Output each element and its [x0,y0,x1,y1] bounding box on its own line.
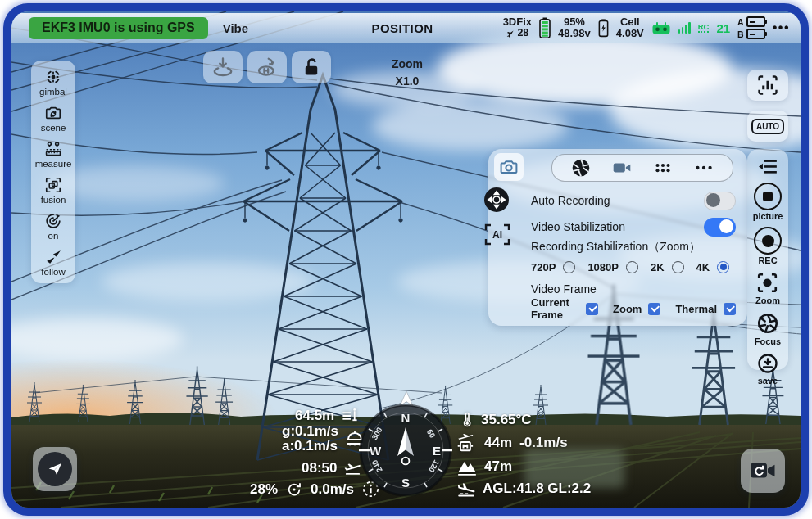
resolution-720p-radio[interactable] [563,261,575,273]
flight-time-value: 08:50 [302,460,337,476]
auto-exposure-button[interactable]: AUTO [747,111,788,142]
resolution-options-row: 720P 1080P 2K 4K [531,258,736,276]
elevation-value: 47m [484,458,512,475]
landing-icon [456,478,477,499]
resolution-2k-label: 2K [651,261,665,273]
mountain-icon [456,456,479,477]
compass[interactable]: N E S W 60 120 240 300 [359,404,452,497]
zoom-button[interactable]: Zoom [755,271,780,305]
video-stabilization-toggle[interactable] [704,218,736,237]
link-distance-icon [340,406,359,425]
rc-status[interactable]: RC [698,23,710,34]
thermal-frame-checkbox[interactable] [724,303,736,315]
temperature-readout: 35.65°C [459,409,532,431]
return-home-icon [256,56,279,79]
altitude-icon [456,431,477,454]
air-speed-value: a:0.1m/s [282,439,338,454]
frame-options-row: Current Frame Zoom Thermal [531,300,736,318]
ground-speed-value: g:0.1m/s [282,424,338,439]
link-distance-value: 64.5m [295,408,334,424]
cell-status[interactable]: Cell 4.08V [616,16,644,39]
zoom-frame-checkbox[interactable] [648,303,660,315]
status-bar: EKF3 IMU0 is using GPS Vibe POSITION 3DF… [11,13,801,43]
sidebar-item-fusion[interactable]: fusion [41,176,66,205]
drone-battery-icon [539,17,551,38]
send-disc [38,452,72,486]
resolution-4k-label: 4K [696,261,710,273]
sidebar-item-scene[interactable]: scene [41,104,66,133]
ptz-dpad-button[interactable] [483,187,510,213]
sidebar-label: measure [35,159,72,169]
video-mode-icon[interactable] [611,157,633,178]
unlock-button[interactable] [292,51,331,83]
ekf-status-text: EKF3 IMU0 is using GPS [42,20,195,35]
auto-recording-label: Auto Recording [531,194,610,207]
zoom-indicator: Zoom X1.0 [381,56,433,90]
dpad-icon [483,187,510,213]
battery-status[interactable]: 95% 48.98v [558,16,591,39]
picture-button[interactable]: picture [753,183,783,221]
return-to-home-button[interactable] [247,51,287,83]
sidebar-item-on[interactable]: on [44,212,62,241]
right-toolbar: picture REC Zoom Focus save [747,149,788,370]
temperature-value: 35.65°C [481,412,532,428]
zoom-indicator-value: X1.0 [381,73,433,90]
compass-west: W [370,444,381,458]
resolution-1080p-radio[interactable] [626,261,638,273]
vibe-button[interactable]: Vibe [223,21,248,35]
thermal-frame-label: Thermal [675,303,717,315]
sidebar-item-gimbal[interactable]: gimbal [39,68,67,97]
battery-b-icon [746,29,765,39]
focus-aperture-icon [755,311,780,336]
land-button[interactable] [203,51,243,83]
drone-app-window: EKF3 IMU0 is using GPS Vibe POSITION 3DF… [0,0,812,519]
share-button[interactable] [33,447,77,491]
rc-battery-percent: 28% [250,481,278,498]
resolution-4k-radio[interactable] [717,261,729,273]
radar-icon [44,212,62,230]
more-modes-icon[interactable] [693,157,714,178]
save-download-icon [756,352,779,375]
resolution-720p-label: 720P [531,261,556,273]
agl-value: AGL:41.8 GL:2.2 [483,481,591,497]
speed-value: 0.0m/s [311,481,354,498]
battery-b-label: B [737,29,744,39]
picture-label: picture [753,211,783,221]
camera-icon [499,157,519,177]
camera-mode-switcher [551,154,733,182]
thermometer-icon [459,409,475,431]
current-frame-checkbox[interactable] [586,303,598,315]
unlock-icon [300,56,323,79]
status-cluster: 3DFix 28 95% 48.98v Cell 4.08V RC [503,13,790,43]
flight-mode-label[interactable]: POSITION [372,21,433,35]
zoom-button-label: Zoom [755,296,780,305]
gps-status[interactable]: 3DFix 28 [503,16,532,39]
grid-mode-icon[interactable] [652,157,674,178]
camcorder-sync-icon [748,458,778,483]
auto-recording-row: Auto Recording [531,192,736,210]
camera-settings-panel: Auto Recording Video Stabilization Recor… [488,149,747,326]
more-menu-button[interactable]: ••• [773,20,790,35]
auto-recording-toggle[interactable] [704,192,736,210]
resolution-2k-radio[interactable] [672,261,684,273]
gimbal-icon [44,68,62,86]
save-button[interactable]: save [756,352,779,386]
recording-stabilization-row: Recording Stabilization（Zoom） [531,238,736,256]
sidebar-item-follow[interactable]: follow [41,248,65,277]
compass-east: E [433,444,441,458]
record-button[interactable]: REC [754,227,782,265]
dual-battery-status[interactable]: A B [737,16,765,39]
focus-button[interactable]: Focus [755,311,781,346]
video-switch-button[interactable] [741,449,785,493]
collapse-menu-button[interactable] [757,157,779,177]
histogram-button[interactable] [747,70,788,101]
speed-readout: g:0.1m/s a:0.1m/s [282,424,365,454]
battery-percent: 95% [564,16,585,28]
shutter-mode-icon[interactable] [570,157,592,178]
drone-icon [506,29,515,38]
cell-battery-icon [598,18,609,38]
ai-detect-button[interactable]: AI [483,223,511,246]
photo-mode-button[interactable] [494,153,524,181]
sidebar-item-measure[interactable]: measure [35,140,72,169]
rotate-icon [285,481,303,499]
